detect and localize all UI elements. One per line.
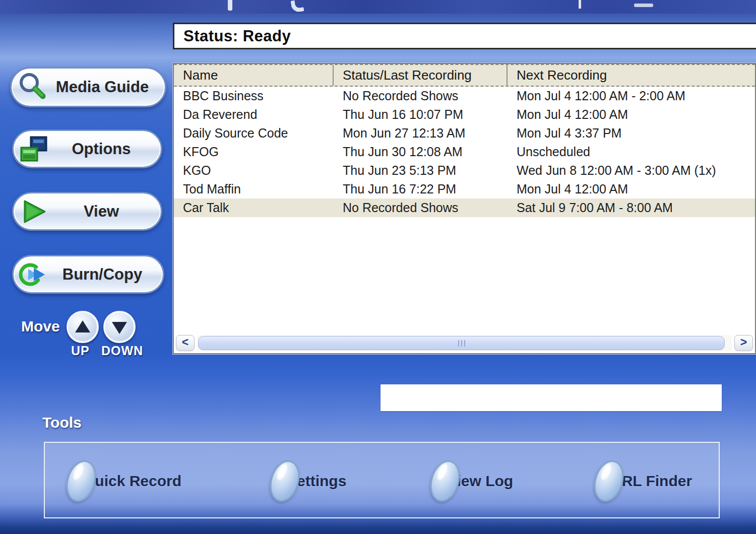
cell-status: Thu Jun 23 5:13 PM — [334, 161, 508, 180]
status-text: Status: Ready — [183, 27, 291, 45]
cell-status: Thu Jun 16 7:22 PM — [334, 180, 508, 198]
horizontal-scrollbar: < > — [176, 335, 753, 352]
cell-next: Mon Jul 4 12:00 AM — [508, 180, 755, 198]
cell-name: BBC Business — [174, 87, 334, 105]
cell-status: Thu Jun 30 12:08 AM — [334, 143, 508, 161]
text-input[interactable] — [381, 384, 722, 411]
titlebar-glyph-fragment — [290, 0, 304, 13]
titlebar-glyph-fragment — [228, 0, 232, 11]
column-header-status[interactable]: Status/Last Recording — [334, 65, 508, 86]
scroll-right-icon: > — [740, 336, 747, 349]
scroll-grip — [461, 340, 462, 347]
titlebar-strip — [0, 0, 756, 14]
burn-copy-button[interactable]: Burn/Copy — [12, 255, 164, 294]
column-header-name[interactable]: Name — [174, 65, 334, 86]
magnifier-icon — [16, 72, 49, 103]
cell-name: Car Talk — [174, 198, 334, 217]
view-button[interactable]: View — [12, 192, 162, 231]
quick-record-label: Quick Record — [83, 473, 181, 490]
move-up-button[interactable] — [67, 311, 99, 343]
cell-name: Daily Source Code — [174, 124, 334, 143]
cell-status: Mon Jun 27 12:13 AM — [334, 124, 508, 143]
ellipse-orb-icon — [425, 457, 465, 506]
cell-next: Mon Jul 4 3:37 PM — [508, 124, 755, 143]
titlebar-glyph-fragment — [579, 0, 581, 9]
recordings-table: Name Status/Last Recording Next Recordin… — [173, 63, 756, 354]
cell-name: Tod Maffin — [174, 180, 334, 198]
quick-record-button[interactable]: Quick Record — [67, 459, 181, 503]
move-down-caption: DOWN — [101, 344, 143, 358]
scroll-track[interactable] — [197, 335, 732, 351]
burn-copy-label: Burn/Copy — [51, 265, 154, 284]
cell-status: Thu Jun 16 10:07 PM — [334, 105, 508, 124]
burn-icon — [18, 260, 51, 289]
table-row[interactable]: KFOG Thu Jun 30 12:08 AM Unscheduled — [174, 143, 755, 161]
table-header-row: Name Status/Last Recording Next Recordin… — [174, 64, 755, 87]
cell-name: KGO — [174, 161, 334, 180]
column-header-next[interactable]: Next Recording — [508, 65, 755, 86]
cell-next: Sat Jul 9 7:00 AM - 8:00 AM — [508, 198, 755, 217]
table-row-selected[interactable]: Car Talk No Recorded Shows Sat Jul 9 7:0… — [174, 198, 755, 217]
settings-button[interactable]: Settings — [271, 459, 346, 503]
cell-next: Mon Jul 4 12:00 AM — [508, 105, 755, 124]
up-arrow-icon — [75, 320, 90, 332]
move-down-button[interactable] — [103, 311, 136, 343]
cell-next: Wed Jun 8 12:00 AM - 3:00 AM (1x) — [508, 161, 755, 180]
windows-icon — [18, 136, 51, 163]
ellipse-orb-icon — [589, 457, 628, 506]
cell-status: No Recorded Shows — [334, 198, 508, 217]
cell-status: No Recorded Shows — [334, 87, 508, 105]
move-up-caption: UP — [71, 344, 90, 358]
url-finder-button[interactable]: URL Finder — [595, 459, 692, 503]
table-row[interactable]: BBC Business No Recorded Shows Mon Jul 4… — [174, 87, 755, 105]
scroll-left-icon: < — [182, 336, 188, 349]
options-button[interactable]: Options — [12, 129, 162, 168]
media-guide-button[interactable]: Media Guide — [10, 67, 166, 107]
table-row[interactable]: Daily Source Code Mon Jun 27 12:13 AM Mo… — [174, 124, 755, 143]
scroll-thumb[interactable] — [198, 336, 725, 350]
move-label: Move — [21, 318, 60, 335]
titlebar-glyph-fragment — [634, 4, 653, 7]
table-row[interactable]: Tod Maffin Thu Jun 16 7:22 PM Mon Jul 4 … — [174, 180, 755, 198]
play-icon — [18, 198, 51, 225]
table-row[interactable]: KGO Thu Jun 23 5:13 PM Wed Jun 8 12:00 A… — [174, 161, 755, 180]
scroll-grip — [458, 340, 459, 347]
options-label: Options — [51, 140, 152, 158]
scroll-grip — [464, 340, 465, 347]
scroll-left-button[interactable]: < — [176, 335, 195, 351]
scroll-right-button[interactable]: > — [734, 335, 753, 351]
tools-label: Tools — [42, 414, 82, 431]
table-row[interactable]: Da Reverend Thu Jun 16 10:07 PM Mon Jul … — [174, 105, 755, 124]
app-window: Status: Ready Name Status/Last Recording… — [0, 0, 756, 534]
media-guide-label: Media Guide — [49, 78, 156, 96]
ellipse-orb-icon — [61, 457, 101, 506]
down-arrow-icon — [112, 322, 127, 334]
cell-name: KFOG — [174, 143, 334, 161]
cell-next: Mon Jul 4 12:00 AM - 2:00 AM — [508, 87, 755, 105]
view-label: View — [51, 203, 152, 221]
cell-name: Da Reverend — [174, 105, 334, 124]
ellipse-orb-icon — [265, 457, 304, 506]
view-log-button[interactable]: View Log — [431, 459, 513, 503]
status-bar: Status: Ready — [173, 23, 756, 49]
cell-next: Unscheduled — [508, 143, 755, 161]
